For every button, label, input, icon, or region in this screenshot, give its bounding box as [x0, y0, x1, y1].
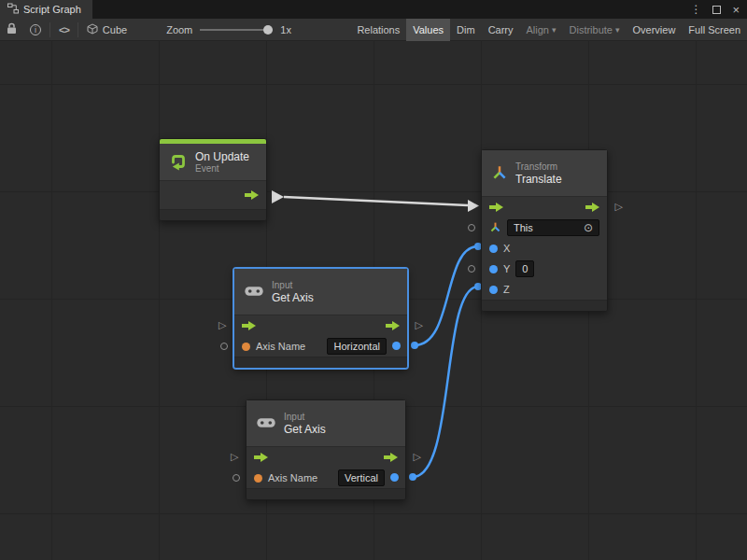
- value-input-port-x[interactable]: [489, 245, 498, 253]
- value-input-port-icon[interactable]: [233, 474, 240, 482]
- connection-flow-update-translate[interactable]: [284, 197, 468, 205]
- node-header[interactable]: Input Get Axis: [247, 400, 405, 447]
- kebab-menu-icon[interactable]: ⋮: [690, 3, 701, 16]
- chevron-down-icon: ▾: [615, 25, 620, 35]
- node-get-axis-vertical[interactable]: Input Get Axis ▷ ▷ Axis Name Vertical: [246, 399, 406, 500]
- y-port-label: Y: [503, 263, 510, 274]
- flow-ports-row: ▷: [482, 197, 607, 217]
- graph-canvas[interactable]: On Update Event Transform Translate ▷: [0, 41, 747, 560]
- value-output-port[interactable]: [392, 342, 401, 350]
- flow-input-arrow-icon[interactable]: [254, 452, 268, 463]
- string-input-port[interactable]: [254, 474, 262, 483]
- flow-input-arrow-icon[interactable]: [242, 320, 256, 331]
- axis-name-field[interactable]: Vertical: [338, 469, 385, 486]
- node-body: [160, 181, 266, 209]
- flow-output-arrow-icon[interactable]: [245, 189, 259, 201]
- graph-toolbar: i <> Cube Zoom 1x Relations Values Dim C…: [0, 19, 747, 41]
- this-object-field[interactable]: This ⊙: [507, 219, 599, 236]
- this-value: This: [514, 221, 533, 234]
- node-title: Get Axis: [284, 423, 326, 436]
- fullscreen-button[interactable]: Full Screen: [682, 19, 747, 41]
- object-picker-icon[interactable]: ⊙: [584, 222, 593, 233]
- axis-name-label: Axis Name: [268, 472, 317, 483]
- node-category: Input: [284, 412, 326, 423]
- zoom-slider[interactable]: [200, 29, 273, 31]
- connection-value-vertical-z[interactable]: [413, 287, 478, 477]
- y-port-row: Y 0: [482, 259, 607, 279]
- toolbar-separator: [49, 22, 50, 37]
- node-translate[interactable]: Transform Translate ▷ This ⊙ X Y: [481, 149, 608, 312]
- relations-button[interactable]: Relations: [350, 19, 406, 41]
- overview-label: Overview: [633, 24, 676, 35]
- dim-label: Dim: [457, 24, 475, 35]
- graph-owner[interactable]: Cube: [80, 19, 134, 41]
- flow-output-arrow-icon[interactable]: [585, 202, 599, 213]
- inspect-button[interactable]: i: [23, 19, 48, 41]
- flow-output-arrow-icon[interactable]: [384, 452, 398, 463]
- source-button[interactable]: <>: [52, 19, 76, 41]
- lock-icon: [7, 22, 17, 36]
- node-header[interactable]: Transform Translate: [482, 150, 607, 197]
- lock-button[interactable]: [0, 19, 23, 41]
- this-port-row: This ⊙: [482, 217, 607, 238]
- value-output-port[interactable]: [390, 473, 399, 482]
- gamepad-icon: [244, 284, 264, 300]
- values-button[interactable]: Values: [406, 19, 450, 41]
- flow-input-port-icon[interactable]: ▷: [231, 451, 238, 464]
- axis-name-label: Axis Name: [256, 341, 305, 352]
- node-category: Transform: [515, 161, 562, 173]
- close-icon[interactable]: ×: [732, 4, 740, 16]
- chevron-down-icon: ▾: [552, 25, 557, 35]
- overview-button[interactable]: Overview: [627, 19, 683, 41]
- node-title: On Update: [195, 150, 249, 163]
- y-value-field[interactable]: 0: [515, 260, 534, 277]
- value-port-dot[interactable]: [411, 342, 418, 349]
- value-input-port-icon[interactable]: [468, 265, 475, 273]
- distribute-label: Distribute: [570, 24, 613, 35]
- axis-name-field[interactable]: Horizontal: [327, 338, 387, 355]
- value-input-port-icon[interactable]: [220, 343, 228, 350]
- zoom-slider-handle[interactable]: [263, 25, 273, 35]
- flow-output-port-icon[interactable]: ▷: [615, 201, 623, 214]
- flow-input-arrow-icon[interactable]: [489, 202, 503, 213]
- string-input-port[interactable]: [242, 343, 250, 351]
- carry-button[interactable]: Carry: [482, 19, 520, 41]
- flow-ports-row: ▷ ▷: [247, 447, 405, 468]
- flow-input-port-icon[interactable]: ▷: [218, 319, 226, 332]
- tab-script-graph[interactable]: Script Graph: [0, 0, 92, 19]
- node-subtitle: Event: [195, 163, 249, 175]
- flow-output-port-marker[interactable]: [272, 190, 284, 203]
- axis-name-row: Axis Name Horizontal: [234, 336, 407, 357]
- node-footer: [482, 300, 607, 311]
- node-footer: [234, 357, 407, 368]
- carry-label: Carry: [488, 24, 514, 35]
- align-label: Align: [527, 24, 549, 35]
- toolbar-buttons: Relations Values Dim Carry Align ▾ Distr…: [350, 19, 747, 41]
- fullscreen-label: Full Screen: [688, 24, 740, 35]
- tab-label: Script Graph: [23, 4, 81, 15]
- flow-output-arrow-icon[interactable]: [386, 320, 400, 331]
- value-input-port-z[interactable]: [489, 286, 498, 294]
- value-input-port-icon[interactable]: [468, 224, 475, 231]
- value-port-dot[interactable]: [409, 473, 416, 481]
- node-header[interactable]: Input Get Axis: [234, 269, 407, 315]
- flow-output-port-icon[interactable]: ▷: [416, 319, 423, 332]
- node-on-update[interactable]: On Update Event: [159, 138, 267, 221]
- flow-output-port-icon[interactable]: ▷: [414, 451, 421, 464]
- info-icon: i: [30, 24, 41, 35]
- align-button[interactable]: Align ▾: [520, 19, 563, 41]
- node-title: Translate: [515, 173, 562, 186]
- node-header[interactable]: On Update Event: [160, 144, 266, 181]
- value-input-port-y[interactable]: [489, 265, 498, 273]
- connection-value-horizontal-x[interactable]: [415, 246, 478, 345]
- graph-owner-label: Cube: [103, 24, 127, 35]
- node-get-axis-horizontal[interactable]: Input Get Axis ▷ ▷ Axis Name Horizontal: [233, 268, 408, 369]
- x-port-row: X: [482, 238, 607, 259]
- node-title: Get Axis: [272, 291, 314, 304]
- distribute-button[interactable]: Distribute ▾: [563, 19, 627, 41]
- maximize-icon[interactable]: [712, 6, 721, 14]
- dim-button[interactable]: Dim: [450, 19, 482, 41]
- node-footer: [247, 488, 405, 499]
- z-port-row: Z: [482, 279, 607, 300]
- script-graph-icon: [7, 3, 19, 16]
